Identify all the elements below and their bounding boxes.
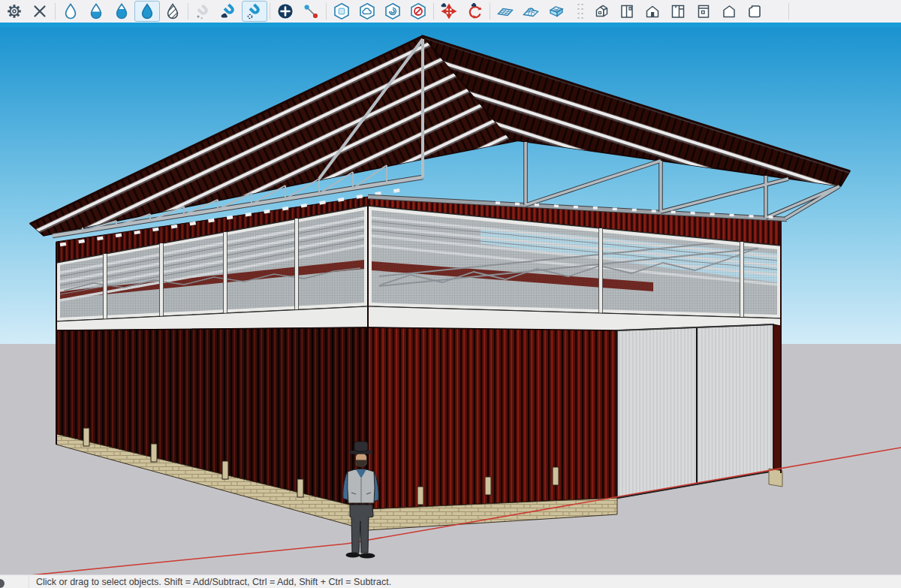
house-3d-icon xyxy=(592,2,610,20)
magnet-disabled-icon xyxy=(194,2,212,20)
droplet-half-icon xyxy=(87,2,105,20)
paint-empty-button[interactable] xyxy=(58,1,83,22)
toolbar-separator xyxy=(326,3,327,20)
house-door-icon xyxy=(643,2,661,20)
move-stamp-button[interactable] xyxy=(436,1,462,22)
window-split-icon xyxy=(669,2,687,20)
settings-button[interactable] xyxy=(2,1,27,22)
hexagon-swirl-icon xyxy=(384,2,402,20)
terrain-dome-button[interactable] xyxy=(518,1,544,22)
component-window-button[interactable] xyxy=(665,1,691,22)
solid-swirl-button[interactable] xyxy=(380,1,405,22)
solid-cloud-button[interactable] xyxy=(354,1,380,22)
cabinet-box-icon xyxy=(695,2,713,20)
toolbar-separator xyxy=(270,3,270,20)
3d-viewport[interactable] xyxy=(0,27,901,574)
wall-right-endstrip[interactable] xyxy=(773,324,781,473)
hexagon-cloud-icon xyxy=(358,2,376,20)
house-outline-icon xyxy=(720,2,738,20)
droplet-hatched-icon xyxy=(164,2,182,20)
component-house3d-button[interactable] xyxy=(589,1,614,22)
edge-endpoints-button[interactable] xyxy=(298,1,324,22)
rotate-arrows-icon xyxy=(466,2,484,20)
component-cabinet-button[interactable] xyxy=(691,1,716,22)
help-icon[interactable] xyxy=(0,579,5,588)
toolbar-separator xyxy=(788,3,789,20)
magnet-cloud-button[interactable] xyxy=(216,1,242,22)
statusbar-divider xyxy=(29,575,29,588)
wall-right[interactable] xyxy=(368,327,617,509)
add-point-button[interactable] xyxy=(273,1,298,22)
toolbar-separator xyxy=(55,3,56,20)
status-hint-text: Click or drag to select objects. Shift =… xyxy=(36,577,391,587)
status-bar: Click or drag to select objects. Shift =… xyxy=(0,574,901,588)
toolbar-drag-grip[interactable] xyxy=(577,2,584,20)
gear-icon xyxy=(5,2,23,20)
toolbar xyxy=(0,0,901,23)
move-arrows-icon xyxy=(440,2,458,20)
component-slab-button[interactable] xyxy=(742,1,767,22)
solid-box-button[interactable] xyxy=(329,1,354,22)
app-window: Click or drag to select objects. Shift =… xyxy=(0,0,901,588)
magnet-selected-icon xyxy=(246,2,264,20)
terrain-slope-icon xyxy=(547,2,565,20)
component-housedoor-button[interactable] xyxy=(640,1,665,22)
droplet-full-icon xyxy=(138,2,156,20)
terrain-dome-icon xyxy=(522,2,540,20)
droplet-outline-icon xyxy=(62,2,80,20)
hexagon-deny-icon xyxy=(409,2,427,20)
rotate-stamp-button[interactable] xyxy=(462,1,487,22)
edge-endpoints-icon xyxy=(302,2,320,20)
solid-deny-button[interactable] xyxy=(405,1,431,22)
sliding-doors[interactable] xyxy=(617,324,773,498)
paint-hatched-button[interactable] xyxy=(160,1,185,22)
magnet-select-button[interactable] xyxy=(242,1,267,22)
component-door-button[interactable] xyxy=(614,1,640,22)
droplet-threequarter-icon xyxy=(113,2,131,20)
magnet-cloud-icon xyxy=(220,2,238,20)
paint-most-button[interactable] xyxy=(109,1,134,22)
toolbar-separator xyxy=(490,3,490,20)
paint-full-button[interactable] xyxy=(134,1,160,22)
component-houseoutline-button[interactable] xyxy=(716,1,742,22)
terrain-slope-button[interactable] xyxy=(544,1,569,22)
slab-shape-icon xyxy=(746,2,764,20)
toolbar-separator xyxy=(188,3,188,20)
close-button[interactable] xyxy=(27,1,53,22)
door-panel-icon xyxy=(618,2,636,20)
close-icon xyxy=(31,2,49,20)
toolbar-separator xyxy=(433,3,434,20)
terrain-flat-button[interactable] xyxy=(493,1,518,22)
paint-half-button[interactable] xyxy=(83,1,109,22)
add-circle-icon xyxy=(276,2,294,20)
terrain-flat-icon xyxy=(496,2,514,20)
magnet-off-button[interactable] xyxy=(191,1,216,22)
hexagon-box-icon xyxy=(333,2,351,20)
